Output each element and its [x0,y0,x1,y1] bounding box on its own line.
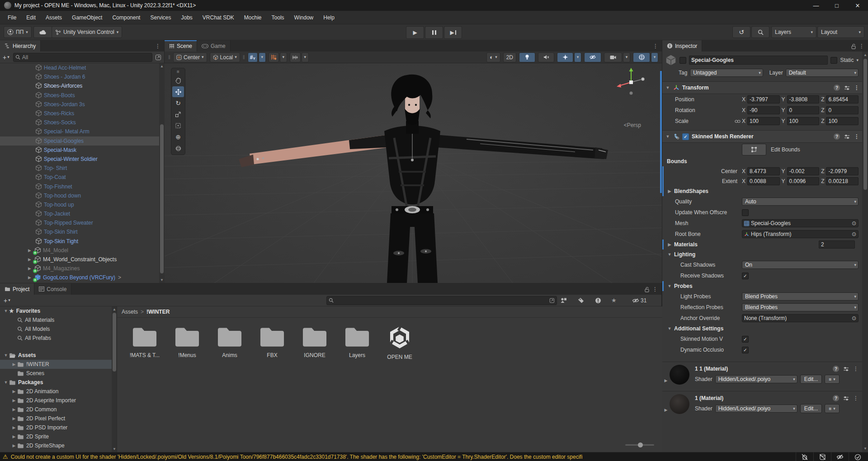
gizmos-caret-icon[interactable]: ▾ [651,52,658,62]
scene-viewport[interactable]: ≡ ↻ ⊕ <Persp [165,63,662,283]
scroll-up-icon[interactable]: ▲ [160,64,164,68]
create-object-button[interactable]: + [3,54,6,61]
camera-settings-button[interactable] [604,52,622,62]
center-x-field[interactable]: 8.4773 [747,167,780,175]
hierarchy-item[interactable]: Top-Coat [0,173,159,182]
increment-snap-toggle[interactable] [269,52,279,62]
cache-server-disabled-icon[interactable] [813,452,831,461]
hierarchy-item[interactable]: ▶+M4_Magazines [0,264,159,273]
hierarchy-item[interactable]: Special-Winter Soldier [0,155,159,164]
snap-settings-caret-icon[interactable]: ▾ [302,52,309,62]
scroll-down-icon[interactable]: ▼ [863,447,868,451]
lighting-foldout[interactable]: ▼Lighting [662,249,862,259]
extent-x-field[interactable]: 0.0088 [747,177,780,185]
project-search-input[interactable] [326,296,557,305]
breadcrumb-current[interactable]: !WINTER [146,309,170,315]
presets-icon[interactable] [844,85,850,90]
asset-item-unity-package[interactable]: OPEN ME [378,325,421,360]
scroll-down-icon[interactable]: ▼ [160,278,164,282]
static-caret-icon[interactable]: ▾ [856,58,859,62]
undo-history-button[interactable]: ↺ [732,26,750,38]
presets-icon[interactable] [843,367,849,372]
receive-shadows-checkbox[interactable]: ✓ [742,273,749,279]
rotation-x-field[interactable]: -90 [747,106,780,114]
progress-ok-icon[interactable] [849,452,866,461]
update-offscreen-checkbox[interactable] [742,209,749,216]
tab-console[interactable]: Console [34,283,71,295]
cast-shadows-dropdown[interactable]: On▾ [742,261,859,269]
create-object-caret-icon[interactable]: ▾ [7,55,9,59]
create-asset-caret-icon[interactable]: ▾ [8,298,10,302]
2d-toggle[interactable]: 2D [503,52,516,62]
scroll-up-icon[interactable]: ▲ [863,53,868,57]
menu-item-gameobject[interactable]: GameObject [67,11,107,24]
menu-item-component[interactable]: Component [107,11,145,24]
expand-arrow-icon[interactable]: ▶ [11,398,17,403]
position-z-field[interactable]: 6.85454 [826,95,859,103]
audio-toggle[interactable] [538,52,554,62]
extent-z-field[interactable]: 0.00218 [826,177,859,185]
create-asset-button[interactable]: + [4,297,7,304]
move-tool-button[interactable] [172,86,184,97]
camera-caret-icon[interactable]: ▾ [623,52,630,62]
probes-foldout[interactable]: ▼Probes [662,281,862,291]
foldout-icon[interactable]: ▶ [663,408,669,412]
cloud-button[interactable] [33,26,52,38]
hierarchy-item[interactable]: Top- Shirt [0,164,159,173]
object-name-field[interactable]: Special-Googles [689,56,828,65]
presets-icon[interactable] [843,396,849,401]
quality-dropdown[interactable]: Auto▾ [742,198,859,206]
version-control-dropdown[interactable]: Unity Version Control ▾ [52,26,122,38]
hierarchy-item[interactable]: Top-Skin Tight [0,237,159,246]
rotate-tool-button[interactable]: ↻ [172,98,184,108]
foldout-icon[interactable]: ▼ [665,134,670,139]
shader-dropdown[interactable]: Hidden/Locked/.poiyo▾ [715,375,797,383]
dynamic-occlusion-checkbox[interactable]: ✓ [742,347,749,353]
expand-arrow-icon[interactable]: ▼ [3,309,9,313]
minimize-button[interactable]: — [806,0,826,11]
expand-arrow-icon[interactable]: ▶ [11,416,17,421]
layer-dropdown[interactable]: Default▾ [786,69,859,77]
tab-scene[interactable]: Scene [165,40,197,52]
project-tree-item[interactable]: ▶2D Animation [0,387,114,396]
asset-item-folder[interactable]: Anims [208,325,251,360]
scale-tool-button[interactable] [172,109,184,120]
hidden-count-indicator[interactable]: 31 [632,297,646,304]
hierarchy-search-input[interactable]: All [13,53,152,62]
hierarchy-item[interactable]: Shoes-Boots [0,91,159,100]
tab-game[interactable]: Game [197,40,231,52]
step-button[interactable]: ▶ [444,26,462,39]
scroll-up-icon[interactable]: ▲ [112,307,117,311]
gizmos-toggle[interactable] [633,52,650,62]
hierarchy-item[interactable]: ▶+GogoLoco Beyond (VRCFury)> [0,273,159,282]
status-bar[interactable]: ⚠ Could not create a custom UI for the s… [0,452,868,461]
search-by-type-icon[interactable] [561,297,567,303]
snap-settings-button[interactable] [290,52,301,62]
grid-snap-toggle[interactable]: #Y [248,52,258,62]
scale-y-field[interactable]: 100 [787,117,820,125]
menu-item-file[interactable]: File [3,11,21,24]
view-tool-button[interactable] [172,75,184,86]
extent-y-field[interactable]: 0.0096 [787,177,820,185]
expand-arrow-icon[interactable]: ▶ [11,362,17,367]
transform-header[interactable]: ▼ Transform ? ⋮ [662,81,862,94]
close-button[interactable]: ✕ [847,0,868,11]
hierarchy-item[interactable]: Top-Fishnet [0,182,159,191]
foldout-icon[interactable]: ▼ [665,85,670,90]
search-importance-icon[interactable] [595,297,601,304]
project-tree-item[interactable]: ▶2D SpriteShape [0,441,114,450]
tab-inspector[interactable]: Inspector [662,40,702,52]
menu-item-vrchat-sdk[interactable]: VRChat SDK [198,11,239,24]
additional-settings-foldout[interactable]: ▼Additional Settings [662,324,862,334]
asset-item-folder[interactable]: Layers [336,325,378,360]
breadcrumb-root[interactable]: Assets [122,309,138,315]
scale-z-field[interactable]: 100 [826,117,859,125]
asset-item-folder[interactable]: IGNORE [293,325,336,360]
project-tree-item[interactable]: All Materials [0,315,114,325]
hierarchy-item[interactable]: Head Acc-Helmet [0,63,159,72]
object-picker-icon[interactable]: ⊙ [852,315,856,322]
expand-arrow-icon[interactable]: ▶ [11,425,17,430]
custom-tool-button[interactable] [172,143,184,154]
hierarchy-item[interactable]: Top-Jacket [0,209,159,218]
presets-icon[interactable] [844,134,850,139]
